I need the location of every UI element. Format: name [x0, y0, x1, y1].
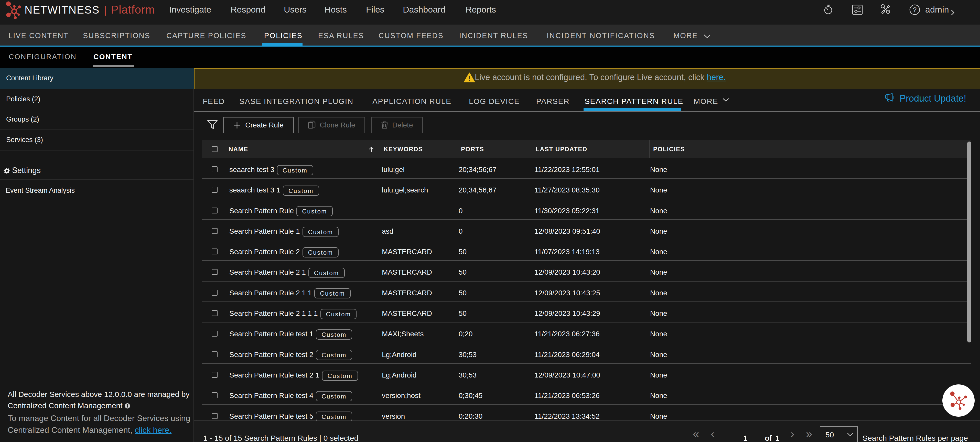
svg-text:?: ? — [913, 6, 916, 14]
